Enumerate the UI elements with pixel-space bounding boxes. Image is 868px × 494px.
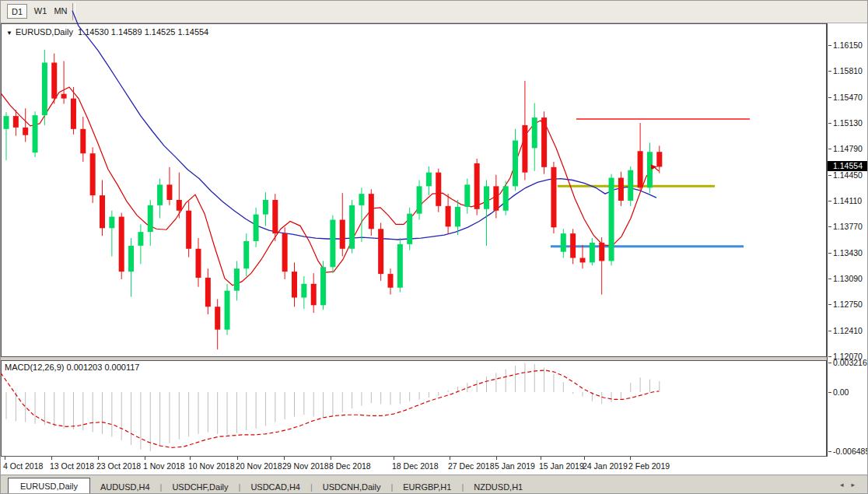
date-axis-label: 2 Feb 2019 bbox=[628, 461, 670, 471]
tab-eurusd-daily[interactable]: EURUSD,Daily bbox=[8, 478, 90, 494]
date-tick bbox=[496, 457, 497, 460]
date-axis-label: 18 Dec 2018 bbox=[392, 461, 439, 471]
candle-body bbox=[282, 233, 288, 272]
candle-body bbox=[301, 284, 306, 298]
tab-scroll-left-icon[interactable]: ◂ bbox=[840, 481, 852, 489]
tab-usdcad-h4[interactable]: USDCAD,H4 bbox=[240, 479, 310, 494]
candle-body bbox=[426, 173, 432, 187]
price-axis-label: 1.13090 bbox=[833, 274, 863, 283]
candle-body bbox=[493, 186, 499, 210]
candle-body bbox=[638, 151, 643, 187]
candle-body bbox=[71, 99, 76, 129]
candle-body bbox=[196, 249, 201, 278]
date-axis-label: 24 Jan 2019 bbox=[583, 461, 628, 471]
candle-body bbox=[205, 278, 211, 307]
candle-body bbox=[225, 291, 230, 330]
price-axis-label: 1.15810 bbox=[833, 66, 863, 75]
price-axis-label: 1.15470 bbox=[833, 93, 863, 102]
candle-body bbox=[522, 125, 527, 173]
date-axis-label: 15 Jan 2019 bbox=[539, 461, 584, 471]
candle-body bbox=[503, 186, 509, 210]
candle-body bbox=[330, 219, 335, 267]
price-axis-label: 1.13430 bbox=[833, 248, 863, 258]
macd-axis-label: -0.006485 bbox=[833, 447, 868, 456]
candle-body bbox=[446, 206, 451, 226]
chart-ohlc-values: 1.14530 1.14589 1.14525 1.14554 bbox=[78, 27, 208, 37]
date-tick bbox=[541, 457, 541, 460]
date-tick bbox=[584, 457, 585, 460]
candle-body bbox=[51, 63, 57, 99]
candle-body bbox=[378, 229, 383, 274]
chart-title: ▼EURUSD,Daily 1.14530 1.14589 1.14525 1.… bbox=[6, 27, 208, 37]
candle-body bbox=[484, 186, 489, 208]
candle-body bbox=[292, 272, 297, 297]
chart-symbol-label: EURUSD,Daily bbox=[16, 27, 73, 37]
candle-body bbox=[570, 233, 576, 258]
candle-body bbox=[254, 215, 259, 241]
candle-body bbox=[541, 117, 547, 167]
candle-body bbox=[436, 173, 441, 206]
price-axis-label: 1.12750 bbox=[833, 300, 863, 309]
macd-axis-label: 0.00 bbox=[833, 387, 849, 397]
date-axis-label: 10 Nov 2018 bbox=[188, 461, 235, 471]
candle-body bbox=[388, 274, 394, 288]
candle-body bbox=[215, 307, 220, 329]
candle-body bbox=[272, 200, 278, 233]
price-axis-label: 1.16150 bbox=[833, 40, 863, 50]
candle-body bbox=[320, 267, 326, 305]
date-tick bbox=[331, 457, 331, 460]
candle-body bbox=[359, 194, 364, 205]
terminal-window: D1 W1 MN ▼EURUSD,Daily 1.14530 1.14589 1… bbox=[0, 0, 868, 494]
date-axis-label: 1 Nov 2018 bbox=[143, 461, 185, 471]
candle-body bbox=[311, 284, 317, 305]
candle-body bbox=[647, 152, 653, 187]
candle-body bbox=[618, 178, 624, 201]
candle-body bbox=[148, 205, 153, 232]
macd-signal-line bbox=[1, 370, 659, 447]
date-axis-label: 29 Nov 2018 bbox=[282, 461, 329, 471]
candle-body bbox=[13, 116, 19, 128]
tab-audusd-h4[interactable]: AUDUSD,H4 bbox=[90, 479, 160, 494]
date-axis[interactable]: 4 Oct 201813 Oct 201823 Oct 20181 Nov 20… bbox=[1, 457, 868, 475]
candle-body bbox=[100, 195, 105, 228]
candle-body bbox=[349, 205, 355, 249]
candle-body bbox=[33, 115, 38, 152]
macd-axis-label: 0.003216 bbox=[833, 358, 867, 367]
tab-scroll-arrows[interactable]: ◂▸ bbox=[840, 481, 863, 489]
symbol-dropdown-icon[interactable]: ▼ bbox=[6, 30, 12, 37]
date-tick bbox=[145, 457, 145, 460]
candle-body bbox=[61, 94, 67, 99]
date-tick bbox=[51, 457, 52, 460]
tab-eurgbp-h1[interactable]: EURGBP,H1 bbox=[393, 479, 461, 494]
candle-body bbox=[455, 207, 460, 226]
candle-body bbox=[464, 184, 470, 206]
price-axis-label: 1.14110 bbox=[833, 196, 862, 205]
tab-nzdusd-h1[interactable]: NZDUSD,H1 bbox=[464, 479, 533, 494]
date-axis-label: 23 Oct 2018 bbox=[96, 461, 141, 471]
candle-body bbox=[263, 200, 268, 215]
tab-scroll-right-icon[interactable]: ▸ bbox=[851, 481, 863, 489]
candle-body bbox=[138, 232, 143, 246]
candle-body bbox=[128, 246, 134, 272]
candle-body bbox=[474, 163, 480, 209]
candle-body bbox=[609, 178, 614, 261]
candle-body bbox=[599, 243, 604, 261]
price-axis-label: 1.14790 bbox=[833, 144, 863, 153]
date-tick bbox=[630, 457, 631, 460]
tab-usdchf-daily[interactable]: USDCHF,Daily bbox=[162, 479, 238, 494]
candle-body bbox=[340, 219, 345, 248]
candle-body bbox=[551, 167, 556, 227]
candle-body bbox=[407, 214, 412, 244]
candle-body bbox=[166, 184, 172, 200]
candle-body bbox=[561, 233, 566, 252]
candle-body bbox=[109, 217, 114, 229]
candle-body bbox=[157, 184, 163, 205]
candle-body bbox=[90, 153, 96, 195]
candle-body bbox=[656, 152, 662, 166]
chart-canvas[interactable] bbox=[1, 1, 828, 474]
candle-body bbox=[580, 258, 586, 263]
candle-body bbox=[417, 186, 422, 213]
tab-usdcnh-daily[interactable]: USDCNH,Daily bbox=[313, 479, 391, 494]
candle-body bbox=[369, 194, 374, 229]
date-axis-label: 8 Dec 2018 bbox=[329, 461, 371, 471]
